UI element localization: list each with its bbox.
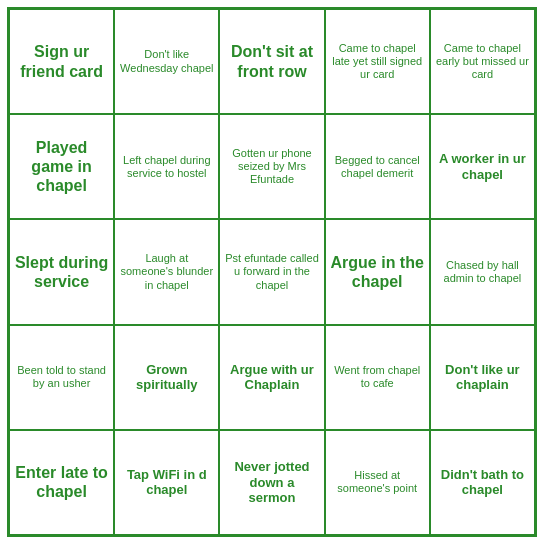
bingo-cell-9: A worker in ur chapel <box>430 114 535 219</box>
bingo-cell-24: Didn't bath to chapel <box>430 430 535 535</box>
bingo-cell-14: Chased by hall admin to chapel <box>430 219 535 324</box>
bingo-cell-4: Came to chapel early but missed ur card <box>430 9 535 114</box>
bingo-cell-20: Enter late to chapel <box>9 430 114 535</box>
bingo-cell-10: Slept during service <box>9 219 114 324</box>
bingo-cell-12: Pst efuntade called u forward in the cha… <box>219 219 324 324</box>
bingo-cell-11: Laugh at someone's blunder in chapel <box>114 219 219 324</box>
bingo-grid: Sign ur friend cardDon't like Wednesday … <box>7 7 537 537</box>
bingo-cell-7: Gotten ur phone seized by Mrs Efuntade <box>219 114 324 219</box>
bingo-cell-13: Argue in the chapel <box>325 219 430 324</box>
bingo-cell-2: Don't sit at front row <box>219 9 324 114</box>
bingo-cell-3: Came to chapel late yet still signed ur … <box>325 9 430 114</box>
bingo-cell-6: Left chapel during service to hostel <box>114 114 219 219</box>
bingo-cell-23: Hissed at someone's point <box>325 430 430 535</box>
bingo-cell-16: Grown spiritually <box>114 325 219 430</box>
bingo-cell-17: Argue with ur Chaplain <box>219 325 324 430</box>
bingo-cell-8: Begged to cancel chapel demerit <box>325 114 430 219</box>
bingo-cell-22: Never jotted down a sermon <box>219 430 324 535</box>
bingo-cell-15: Been told to stand by an usher <box>9 325 114 430</box>
bingo-cell-21: Tap WiFi in d chapel <box>114 430 219 535</box>
bingo-cell-1: Don't like Wednesday chapel <box>114 9 219 114</box>
bingo-cell-19: Don't like ur chaplain <box>430 325 535 430</box>
bingo-cell-0: Sign ur friend card <box>9 9 114 114</box>
bingo-cell-18: Went from chapel to cafe <box>325 325 430 430</box>
bingo-cell-5: Played game in chapel <box>9 114 114 219</box>
